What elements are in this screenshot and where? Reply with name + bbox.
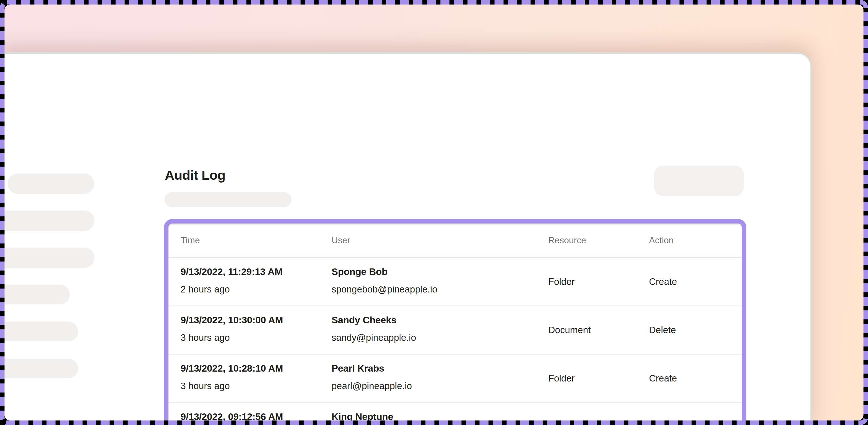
sidebar-item-skeleton — [4, 285, 70, 304]
cell-user: Sandy Cheeks sandy@pineapple.io — [332, 306, 548, 354]
user-email: spongebob@pineapple.io — [332, 284, 548, 295]
table-row: 9/13/2022, 10:30:00 AM 3 hours ago Sandy… — [168, 306, 742, 355]
user-email: pearl@pineapple.io — [332, 380, 548, 391]
cell-user: Pearl Krabs pearl@pineapple.io — [332, 355, 548, 402]
user-name: Sandy Cheeks — [332, 314, 548, 326]
cell-resource: Folder — [548, 258, 649, 306]
timestamp: 9/13/2022, 11:29:13 AM — [181, 266, 332, 278]
screenshot-frame: Audit Log Time User Resource Action 9/13… — [0, 0, 868, 425]
cell-resource: File — [548, 403, 649, 421]
audit-log-table: Time User Resource Action 9/13/2022, 11:… — [164, 219, 746, 421]
relative-time: 3 hours ago — [181, 380, 332, 391]
table-row: 9/13/2022, 09:12:56 AM 4 hours ago King … — [168, 403, 742, 421]
sidebar-item-skeleton — [4, 359, 78, 378]
table-header-row: Time User Resource Action — [168, 224, 742, 258]
user-name: Sponge Bob — [332, 266, 548, 278]
user-email: sandy@pineapple.io — [332, 332, 548, 343]
column-header-user: User — [332, 235, 548, 246]
cell-action: Create — [649, 355, 742, 402]
timestamp: 9/13/2022, 10:30:00 AM — [181, 314, 332, 326]
subtitle-skeleton — [164, 192, 291, 207]
timestamp: 9/13/2022, 09:12:56 AM — [181, 410, 332, 421]
timestamp: 9/13/2022, 10:28:10 AM — [181, 362, 332, 374]
page-title: Audit Log — [165, 168, 225, 182]
app-window-card: Audit Log Time User Resource Action 9/13… — [4, 54, 810, 421]
sidebar-item-skeleton — [4, 321, 78, 341]
sidebar-item-skeleton — [4, 248, 95, 268]
relative-time: 2 hours ago — [181, 284, 332, 295]
cell-action: Delete — [649, 306, 742, 354]
primary-action-button-skeleton[interactable] — [654, 166, 744, 196]
cell-time: 9/13/2022, 11:29:13 AM 2 hours ago — [181, 258, 332, 306]
sidebar-item-skeleton — [8, 173, 94, 194]
relative-time: 3 hours ago — [181, 332, 332, 343]
table-row: 9/13/2022, 10:28:10 AM 3 hours ago Pearl… — [168, 355, 742, 403]
column-header-action: Action — [649, 235, 742, 246]
cell-time: 9/13/2022, 10:30:00 AM 3 hours ago — [181, 306, 332, 354]
table-row: 9/13/2022, 11:29:13 AM 2 hours ago Spong… — [168, 258, 742, 306]
cell-time: 9/13/2022, 09:12:56 AM 4 hours ago — [181, 403, 332, 421]
content-clip: Audit Log Time User Resource Action 9/13… — [4, 4, 864, 421]
user-name: Pearl Krabs — [332, 362, 548, 374]
cell-resource: Document — [548, 306, 649, 354]
user-name: King Neptune — [332, 410, 548, 421]
cell-user: King Neptune neptune@pineapple.io — [332, 403, 548, 421]
cell-action: Create — [649, 258, 742, 306]
cell-time: 9/13/2022, 10:28:10 AM 3 hours ago — [181, 355, 332, 402]
column-header-time: Time — [181, 235, 332, 246]
cell-user: Sponge Bob spongebob@pineapple.io — [332, 258, 548, 306]
column-header-resource: Resource — [548, 235, 649, 246]
cell-action: Edit — [649, 403, 742, 421]
app-mockup: Audit Log Time User Resource Action 9/13… — [4, 4, 864, 421]
sidebar-item-skeleton — [4, 210, 95, 231]
cell-resource: Folder — [548, 355, 649, 402]
